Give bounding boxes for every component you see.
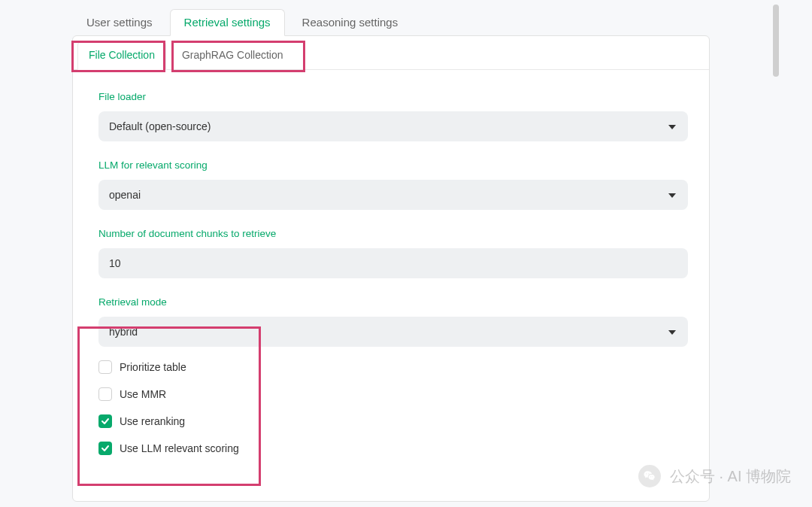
select-llm-scoring[interactable]: openai	[98, 180, 688, 210]
checkbox-label: Prioritize table	[120, 361, 186, 373]
form-area: File loader Default (open-source) LLM fo…	[73, 70, 709, 484]
checkbox-prioritize-table[interactable]: Prioritize table	[98, 360, 688, 374]
subtab-file-collection[interactable]: File Collection	[77, 41, 166, 70]
select-retrieval-mode[interactable]: hybrid	[98, 317, 688, 347]
label-retrieval-mode: Retrieval mode	[98, 296, 688, 308]
checkbox-icon	[98, 360, 112, 374]
top-tabs: User settings Retrieval settings Reasoni…	[0, 9, 782, 35]
tab-user-settings[interactable]: User settings	[72, 9, 167, 35]
checkmark-icon	[98, 414, 112, 428]
checkbox-icon	[98, 387, 112, 401]
input-num-chunks[interactable]: 10	[98, 248, 688, 278]
checkbox-label: Use MMR	[120, 388, 166, 400]
checkbox-use-reranking[interactable]: Use reranking	[98, 414, 688, 428]
checkbox-label: Use reranking	[120, 415, 185, 427]
watermark-text: 公众号 · AI 博物院	[670, 466, 791, 487]
watermark: 公众号 · AI 博物院	[638, 465, 791, 487]
tab-retrieval-settings[interactable]: Retrieval settings	[170, 9, 285, 36]
checkbox-use-llm-scoring[interactable]: Use LLM relevant scoring	[98, 442, 688, 455]
checkbox-use-mmr[interactable]: Use MMR	[98, 387, 688, 401]
sub-tabs: File Collection GraphRAG Collection	[73, 36, 709, 70]
label-num-chunks: Number of document chunks to retrieve	[98, 228, 688, 239]
select-file-loader[interactable]: Default (open-source)	[98, 111, 688, 141]
checkmark-icon	[98, 442, 112, 455]
subtab-graphrag-collection[interactable]: GraphRAG Collection	[171, 41, 295, 69]
settings-panel: File Collection GraphRAG Collection File…	[72, 35, 710, 502]
label-llm-scoring: LLM for relevant scoring	[98, 159, 688, 171]
label-file-loader: File loader	[98, 91, 688, 102]
wechat-icon	[638, 465, 661, 487]
checkbox-label: Use LLM relevant scoring	[120, 442, 239, 454]
tab-reasoning-settings[interactable]: Reasoning settings	[288, 9, 413, 35]
